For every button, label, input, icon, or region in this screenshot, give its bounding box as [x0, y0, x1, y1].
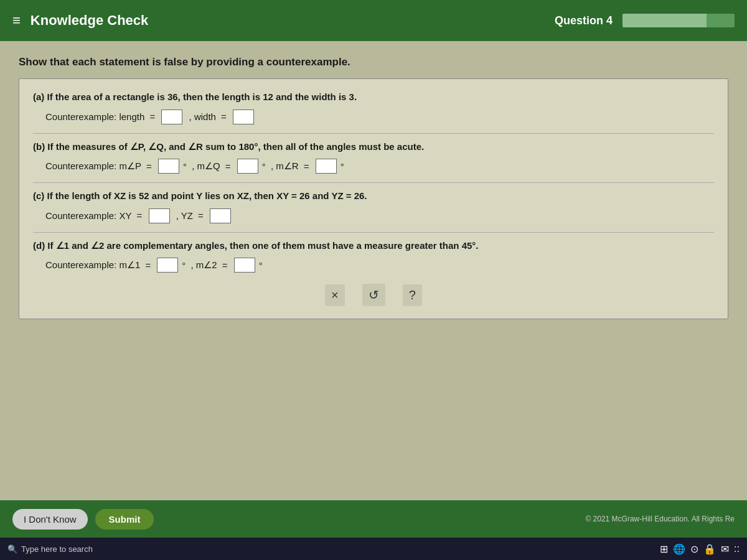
ce-b-eq3: =: [301, 161, 312, 172]
ce-b-comma1: , m∠Q: [189, 161, 220, 172]
ce-c-eq1: =: [134, 210, 144, 221]
taskbar-icon-1: ⊞: [660, 543, 668, 555]
ce-d-label1: Counterexample: m∠1: [45, 259, 140, 271]
taskbar-icon-6: ::: [734, 543, 740, 554]
ce-b-label1: Counterexample: m∠P: [45, 161, 141, 172]
action-icons-row: × ↺ ?: [33, 284, 714, 306]
ce-a-eq1: =: [147, 111, 157, 122]
ce-c-label1: Counterexample: XY: [45, 210, 131, 221]
question-block-c: (c) If the length of XZ is 52 and point …: [33, 189, 714, 223]
help-button[interactable]: ?: [403, 284, 422, 306]
ce-a-eq2: =: [218, 111, 229, 122]
ce-d-comma: , m∠2: [188, 259, 217, 271]
taskbar-system-icons: ⊞ 🌐 ⊙ 🔒 ✉ ::: [660, 543, 740, 555]
ce-c-eq2: =: [195, 210, 206, 221]
ce-a-comma: , width: [186, 111, 216, 122]
question-block-a: (a) If the area of a rectangle is 36, th…: [33, 90, 714, 124]
question-d-counterexample: Counterexample: m∠1 = ° , m∠2 = °: [33, 258, 714, 273]
question-b-counterexample: Counterexample: m∠P = ° , m∠Q = ° , m∠R …: [33, 159, 714, 174]
taskbar-icon-4: 🔒: [703, 543, 716, 555]
header-left: ≡ Knowledge Check: [12, 12, 148, 29]
question-b-statement: (b) If the measures of ∠P, ∠Q, and ∠R su…: [33, 140, 714, 154]
ce-b-input-q[interactable]: [237, 159, 258, 174]
divider-ab: [33, 133, 714, 134]
divider-bc: [33, 182, 714, 183]
question-block-b: (b) If the measures of ∠P, ∠Q, and ∠R su…: [33, 140, 714, 174]
question-label: Question 4: [555, 14, 613, 27]
ce-d-deg2: °: [259, 260, 263, 271]
ce-b-input-p[interactable]: [158, 159, 179, 174]
progress-bar-fill: [622, 14, 707, 27]
taskbar-icon-3: ⊙: [690, 543, 698, 555]
bottom-bar: I Don't Know Submit © 2021 McGraw-Hill E…: [0, 500, 747, 538]
divider-cd: [33, 232, 714, 233]
ce-d-input-1[interactable]: [157, 258, 178, 273]
ce-d-deg1: °: [182, 260, 186, 271]
instruction-text: Show that each statement is false by pro…: [19, 56, 728, 68]
ce-a-input-width[interactable]: [233, 110, 254, 124]
hamburger-icon[interactable]: ≡: [12, 14, 21, 27]
submit-button[interactable]: Submit: [95, 509, 154, 530]
ce-b-eq1: =: [144, 161, 154, 172]
clear-button[interactable]: ×: [325, 284, 345, 306]
progress-bar: [622, 14, 735, 27]
taskbar-search: 🔍 Type here to search: [7, 544, 93, 554]
ce-d-eq2: =: [220, 260, 230, 271]
question-c-statement: (c) If the length of XZ is 52 and point …: [33, 189, 714, 203]
ce-c-comma: , YZ: [174, 210, 193, 221]
bottom-left: I Don't Know Submit: [12, 509, 154, 530]
header-right: Question 4: [555, 14, 735, 27]
ce-b-eq2: =: [223, 161, 233, 172]
ce-b-input-r[interactable]: [316, 159, 337, 174]
ce-b-deg3: °: [341, 161, 344, 172]
question-c-counterexample: Counterexample: XY = , YZ =: [33, 208, 714, 223]
question-a-counterexample: Counterexample: length = , width =: [33, 110, 714, 124]
taskbar-icon-2: 🌐: [673, 543, 685, 555]
taskbar-icon-5: ✉: [721, 543, 729, 555]
question-box: (a) If the area of a rectangle is 36, th…: [19, 78, 728, 319]
copyright-text: © 2021 McGraw-Hill Education. All Rights…: [585, 515, 735, 523]
ce-c-input-yz[interactable]: [210, 208, 231, 223]
ce-b-deg1: °: [183, 161, 187, 172]
ce-b-deg2: °: [262, 161, 266, 172]
ce-d-input-2[interactable]: [234, 258, 255, 273]
ce-d-eq1: =: [143, 260, 153, 271]
question-a-statement: (a) If the area of a rectangle is 36, th…: [33, 90, 714, 105]
undo-button[interactable]: ↺: [362, 284, 385, 306]
ce-a-input-length[interactable]: [161, 110, 182, 124]
app-title: Knowledge Check: [31, 12, 148, 29]
header-bar: ≡ Knowledge Check Question 4: [0, 0, 747, 41]
question-d-statement: (d) If ∠1 and ∠2 are complementary angle…: [33, 239, 714, 253]
main-content: Show that each statement is false by pro…: [0, 41, 747, 500]
ce-a-label1: Counterexample: length: [45, 111, 144, 122]
ce-b-comma2: , m∠R: [268, 161, 299, 172]
search-label: Type here to search: [21, 544, 93, 554]
question-block-d: (d) If ∠1 and ∠2 are complementary angle…: [33, 239, 714, 273]
search-icon: 🔍: [7, 544, 17, 554]
taskbar: 🔍 Type here to search ⊞ 🌐 ⊙ 🔒 ✉ ::: [0, 538, 747, 560]
ce-c-input-xy[interactable]: [149, 208, 170, 223]
dont-know-button[interactable]: I Don't Know: [12, 509, 88, 530]
